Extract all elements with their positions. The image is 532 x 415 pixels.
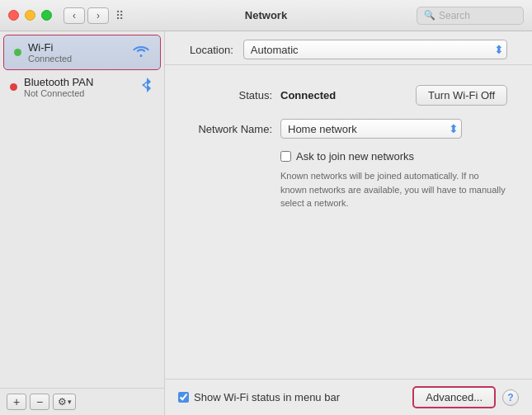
info-text: Known networks will be joined automatica…: [280, 169, 507, 210]
gear-icon: ⚙: [58, 396, 67, 408]
minimize-button[interactable]: [25, 10, 35, 21]
forward-button[interactable]: ›: [87, 7, 109, 24]
network-name-row: Network Name: Home network Other Network…: [190, 119, 507, 139]
search-bar[interactable]: 🔍 Search: [417, 7, 524, 25]
window-controls: [8, 10, 52, 21]
network-name-label: Network Name:: [190, 123, 272, 135]
help-button[interactable]: ?: [502, 389, 519, 406]
maximize-button[interactable]: [41, 10, 52, 21]
panel-content: Status: Connected Turn Wi-Fi Off Network…: [165, 77, 532, 379]
bluetooth-name: Bluetooth PAN: [24, 76, 139, 88]
bottom-right: Advanced... ?: [412, 386, 519, 408]
sidebar: Wi-Fi Connected Bluetooth PAN N: [0, 31, 165, 415]
nav-buttons: ‹ ›: [64, 7, 109, 24]
ask-join-row: Ask to join new networks: [280, 150, 507, 163]
remove-network-button[interactable]: −: [30, 394, 49, 410]
advanced-button[interactable]: Advanced...: [412, 386, 496, 408]
show-wifi-row: Show Wi-Fi status in menu bar: [178, 391, 340, 403]
status-row: Status: Connected Turn Wi-Fi Off: [190, 85, 507, 106]
wifi-name: Wi-Fi: [28, 41, 132, 54]
divider: [165, 64, 532, 65]
wifi-status-dot: [14, 49, 21, 56]
bluetooth-status-dot: [10, 83, 17, 91]
add-network-button[interactable]: +: [7, 394, 26, 410]
show-wifi-label[interactable]: Show Wi-Fi status in menu bar: [194, 391, 340, 403]
back-button[interactable]: ‹: [64, 7, 85, 24]
sidebar-bottom: + − ⚙ ▾: [0, 388, 164, 415]
wifi-icon: [132, 43, 150, 62]
wifi-item-text: Wi-Fi Connected: [28, 41, 132, 64]
wifi-status: Connected: [28, 54, 132, 64]
chevron-down-icon: ▾: [68, 398, 72, 406]
sidebar-list: Wi-Fi Connected Bluetooth PAN N: [0, 31, 164, 388]
show-wifi-checkbox[interactable]: [178, 392, 189, 403]
search-placeholder: Search: [439, 10, 470, 21]
search-icon: 🔍: [424, 10, 435, 21]
status-label: Status:: [190, 89, 272, 101]
close-button[interactable]: [8, 10, 19, 21]
sidebar-item-wifi[interactable]: Wi-Fi Connected: [3, 35, 161, 70]
ask-join-checkbox[interactable]: [280, 151, 291, 162]
network-select-wrapper: Home network Other Network ⬍: [280, 119, 462, 139]
status-value: Connected: [280, 89, 336, 101]
bluetooth-icon: [139, 77, 154, 97]
location-select[interactable]: Automatic Home Work: [243, 40, 507, 59]
grid-button[interactable]: ⠿: [115, 9, 124, 22]
location-row: Location: Automatic Home Work ⬍: [165, 31, 532, 64]
bluetooth-item-text: Bluetooth PAN Not Connected: [24, 76, 139, 98]
bluetooth-status: Not Connected: [24, 88, 139, 98]
title-bar: ‹ › ⠿ Network 🔍 Search: [0, 0, 532, 31]
right-panel: Location: Automatic Home Work ⬍ Status: …: [165, 31, 532, 415]
gear-menu-button[interactable]: ⚙ ▾: [53, 394, 76, 410]
window-title: Network: [245, 9, 287, 21]
sidebar-item-bluetooth[interactable]: Bluetooth PAN Not Connected: [0, 70, 164, 104]
bottom-bar: Show Wi-Fi status in menu bar Advanced..…: [165, 379, 532, 415]
network-name-select[interactable]: Home network Other Network: [280, 119, 462, 139]
location-select-wrapper: Automatic Home Work ⬍: [243, 40, 507, 59]
main-content: Wi-Fi Connected Bluetooth PAN N: [0, 31, 532, 415]
svg-line-1: [143, 84, 147, 88]
ask-join-label[interactable]: Ask to join new networks: [296, 150, 414, 163]
turn-wifi-off-button[interactable]: Turn Wi-Fi Off: [416, 85, 507, 106]
location-label: Location:: [190, 44, 233, 56]
